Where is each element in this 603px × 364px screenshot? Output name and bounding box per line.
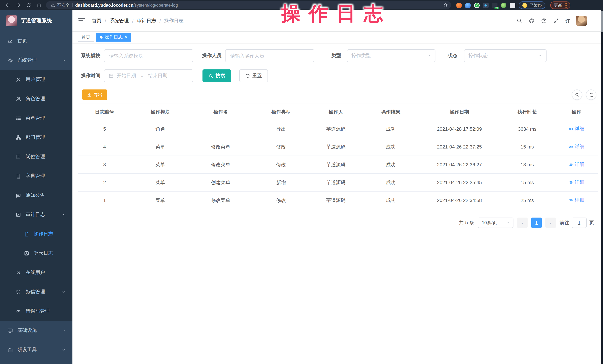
shield-icon bbox=[16, 289, 21, 295]
forward-icon[interactable] bbox=[16, 3, 21, 8]
sidebar-item-dash[interactable]: 首页 bbox=[0, 31, 72, 51]
sidebar-item-badge[interactable]: 岗位管理 bbox=[0, 147, 72, 166]
cell-result: 成功 bbox=[362, 174, 419, 191]
sidebar-item-edit[interactable]: 审计日志 bbox=[0, 205, 72, 224]
cell-result: 成功 bbox=[362, 120, 419, 138]
extension-icon-gem[interactable]: ◆ bbox=[483, 2, 488, 8]
cell-duration: 25 ms bbox=[499, 191, 555, 209]
back-icon[interactable] bbox=[5, 3, 11, 8]
page-number-1[interactable]: 1 bbox=[531, 218, 542, 228]
reload-icon[interactable] bbox=[26, 3, 31, 8]
github-icon[interactable] bbox=[529, 18, 534, 24]
sidebar-item-tools[interactable]: 研发工具 bbox=[0, 340, 72, 359]
fullscreen-icon[interactable] bbox=[553, 18, 559, 24]
prev-page-button[interactable] bbox=[517, 218, 528, 228]
gear-icon bbox=[7, 57, 13, 63]
browser-menu-icon[interactable] bbox=[566, 3, 567, 8]
search-icon[interactable] bbox=[516, 18, 522, 24]
operator-input[interactable] bbox=[225, 49, 314, 62]
detail-link[interactable]: 详细 bbox=[568, 143, 584, 150]
paused-label: 已暂停 bbox=[529, 2, 542, 8]
font-size-icon[interactable]: tT bbox=[565, 18, 570, 23]
toggle-search-button[interactable] bbox=[572, 89, 582, 100]
operator-input-field[interactable] bbox=[230, 53, 310, 59]
user-avatar[interactable] bbox=[576, 16, 587, 26]
export-button[interactable]: 导出 bbox=[82, 89, 107, 100]
extension-paused-pill[interactable]: 已暂停 bbox=[519, 1, 545, 9]
tab-home[interactable]: 首页 bbox=[78, 33, 94, 41]
cell-module: 菜单 bbox=[131, 191, 189, 209]
browser-update-button[interactable]: 更新 bbox=[550, 1, 570, 9]
column-header: 操作类型 bbox=[252, 104, 310, 120]
sidebar-item-online[interactable]: 在线用户 bbox=[0, 263, 72, 282]
sidebar-item-menu[interactable]: 菜单管理 bbox=[0, 108, 72, 128]
detail-link[interactable]: 详细 bbox=[568, 126, 584, 132]
avatar-caret-icon[interactable] bbox=[593, 19, 597, 23]
home-icon[interactable] bbox=[36, 3, 42, 8]
cell-id: 2 bbox=[78, 174, 131, 191]
extensions-strip: ✓ ◆ 已暂停 更新 bbox=[456, 1, 570, 9]
page-size-select[interactable]: 10条/页 bbox=[478, 218, 513, 228]
extension-icon-drop[interactable] bbox=[465, 2, 471, 8]
detail-link[interactable]: 详细 bbox=[568, 161, 584, 168]
date-range-input[interactable]: 开始日期 - 结束日期 bbox=[104, 69, 193, 82]
status-select[interactable]: 操作状态 bbox=[464, 49, 546, 62]
sidebar-item-user[interactable]: 用户管理 bbox=[0, 70, 72, 89]
doc-icon bbox=[24, 231, 29, 237]
goto-page-input[interactable] bbox=[572, 218, 587, 228]
module-input-field[interactable] bbox=[108, 53, 189, 59]
sidebar-item-infra[interactable]: 基础设施 bbox=[0, 321, 72, 340]
cell-operator: 芋道源码 bbox=[310, 120, 362, 138]
table-header-row: 日志编号操作模块操作名操作类型操作人操作结果操作日期执行时长操作 bbox=[78, 104, 598, 120]
sidebar-item-chat[interactable]: 通知公告 bbox=[0, 186, 72, 205]
tools-icon bbox=[7, 347, 13, 353]
bookmark-star-icon[interactable] bbox=[443, 2, 448, 8]
eye-icon bbox=[568, 127, 573, 132]
extensions-puzzle-icon[interactable] bbox=[510, 2, 515, 8]
sidebar-item-code[interactable]: 错误码管理 bbox=[0, 301, 72, 321]
cell-result: 成功 bbox=[362, 191, 419, 209]
hamburger-icon[interactable] bbox=[78, 18, 85, 23]
sidebar-item-users[interactable]: 角色管理 bbox=[0, 89, 72, 108]
sidebar-item-gear[interactable]: 系统管理 bbox=[0, 51, 72, 70]
tab-operate-log[interactable]: 操作日志 × bbox=[96, 33, 131, 41]
sidebar-item-tree[interactable]: 部门管理 bbox=[0, 128, 72, 147]
sidebar-item-book[interactable]: 字典管理 bbox=[0, 166, 72, 186]
module-input[interactable] bbox=[104, 49, 193, 62]
page-scrollbar[interactable] bbox=[601, 11, 603, 364]
refresh-table-button[interactable] bbox=[586, 89, 596, 100]
reset-button[interactable]: 重置 bbox=[239, 69, 268, 82]
close-tab-icon[interactable]: × bbox=[125, 35, 128, 39]
extension-icon-green-check[interactable]: ✓ bbox=[474, 2, 480, 8]
cell-type: 修改 bbox=[252, 138, 310, 156]
security-warning[interactable]: 不安全 bbox=[50, 2, 70, 8]
extension-icon-orange[interactable] bbox=[456, 2, 462, 8]
online-icon bbox=[16, 270, 21, 275]
extension-icon-leaf[interactable] bbox=[501, 2, 506, 8]
table-toolbar: 导出 bbox=[78, 89, 598, 100]
extension-icon-switch-on[interactable] bbox=[492, 2, 498, 8]
type-select[interactable]: 操作类型 bbox=[347, 49, 435, 62]
cell-operator: 芋道源码 bbox=[310, 156, 362, 174]
column-header: 操作结果 bbox=[362, 104, 419, 120]
table-row: 1菜单修改菜单修改芋道源码成功2021-04-26 22:34:5825 ms详… bbox=[78, 191, 598, 209]
breadcrumb: 首页/系统管理/审计日志/操作日志 bbox=[92, 17, 184, 24]
breadcrumb-item[interactable]: 审计日志 bbox=[137, 17, 156, 24]
breadcrumb-item[interactable]: 系统管理 bbox=[109, 17, 129, 24]
cell-action: 详细 bbox=[555, 138, 598, 156]
detail-link[interactable]: 详细 bbox=[568, 179, 584, 186]
cell-operator: 芋道源码 bbox=[310, 174, 362, 191]
next-page-button[interactable] bbox=[545, 218, 556, 228]
breadcrumb-item[interactable]: 首页 bbox=[92, 17, 101, 24]
cell-name: 修改菜单 bbox=[189, 138, 252, 156]
sidebar-item-shield[interactable]: 短信管理 bbox=[0, 282, 72, 301]
scrollbar-thumb[interactable] bbox=[601, 11, 603, 32]
search-button[interactable]: 搜索 bbox=[202, 69, 231, 82]
column-header: 日志编号 bbox=[78, 104, 131, 120]
logo-row[interactable]: 芋道管理系统 bbox=[0, 11, 72, 31]
help-icon[interactable] bbox=[541, 18, 547, 24]
sidebar-item-doc[interactable]: 操作日志 bbox=[0, 224, 72, 243]
tags-view-bar: 首页 操作日志 × bbox=[72, 32, 603, 43]
detail-link[interactable]: 详细 bbox=[568, 197, 584, 204]
sidebar-item-login[interactable]: 登录日志 bbox=[0, 243, 72, 263]
